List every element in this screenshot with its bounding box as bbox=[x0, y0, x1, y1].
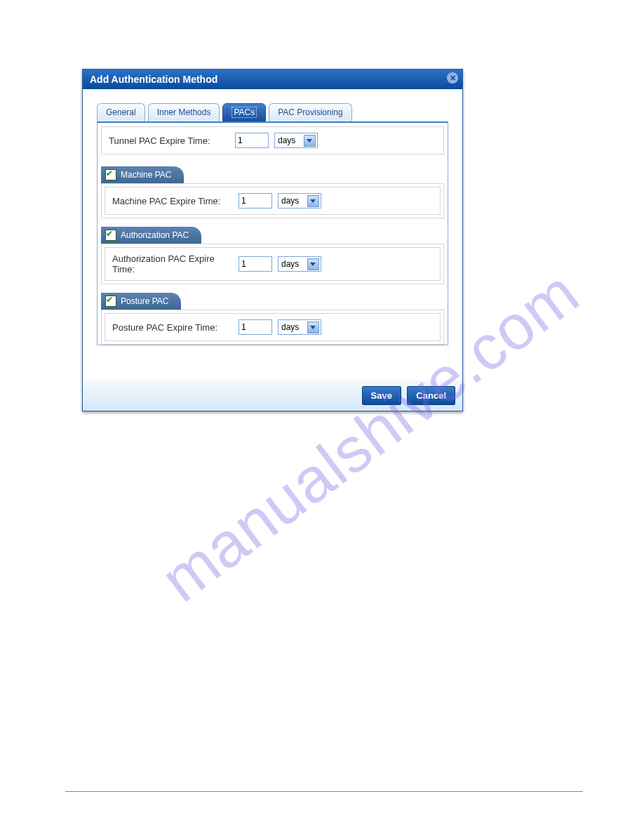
tunnel-pac-row: Tunnel PAC Expire Time: days bbox=[101, 126, 444, 154]
posture-pac-checkbox[interactable] bbox=[105, 296, 116, 307]
tab-pacs[interactable]: PACs bbox=[222, 103, 266, 121]
page-divider bbox=[65, 791, 583, 792]
dialog-titlebar: Add Authentication Method ✕ bbox=[83, 70, 462, 89]
tab-pac-provisioning[interactable]: PAC Provisioning bbox=[269, 103, 351, 121]
posture-pac-header-label: Posture PAC bbox=[121, 296, 168, 306]
machine-pac-checkbox[interactable] bbox=[105, 169, 116, 180]
authorization-pac-row: Authorization PAC Expire Time: days bbox=[105, 247, 441, 281]
machine-pac-value-input[interactable] bbox=[239, 193, 272, 208]
authorization-pac-label: Authorization PAC Expire Time: bbox=[112, 253, 239, 274]
dialog-title: Add Authentication Method bbox=[90, 74, 217, 85]
add-auth-method-dialog: Add Authentication Method ✕ General Inne… bbox=[82, 69, 463, 411]
dialog-footer: Save Cancel bbox=[83, 380, 462, 411]
machine-pac-section: Machine PAC Expire Time: days bbox=[101, 183, 444, 218]
authorization-pac-header-label: Authorization PAC bbox=[121, 230, 189, 240]
machine-pac-unit-select[interactable]: days bbox=[278, 193, 321, 208]
close-icon[interactable]: ✕ bbox=[447, 72, 458, 84]
posture-pac-row: Posture PAC Expire Time: days bbox=[105, 313, 441, 341]
tab-row: General Inner Methods PACs PAC Provision… bbox=[97, 103, 448, 121]
tunnel-pac-label: Tunnel PAC Expire Time: bbox=[109, 135, 235, 146]
dialog-body: General Inner Methods PACs PAC Provision… bbox=[83, 89, 462, 380]
authorization-pac-unit-select[interactable]: days bbox=[278, 256, 321, 272]
tunnel-pac-unit-select[interactable]: days bbox=[274, 133, 318, 148]
authorization-pac-header: Authorization PAC bbox=[101, 227, 201, 244]
posture-pac-value-input[interactable] bbox=[239, 319, 272, 335]
tab-inner-methods[interactable]: Inner Methods bbox=[148, 103, 220, 121]
authorization-pac-checkbox[interactable] bbox=[105, 230, 116, 241]
posture-pac-section: Posture PAC Expire Time: days bbox=[101, 310, 444, 345]
posture-pac-unit-select[interactable]: days bbox=[278, 319, 321, 335]
cancel-button[interactable]: Cancel bbox=[407, 386, 455, 405]
machine-pac-header-label: Machine PAC bbox=[121, 170, 171, 180]
machine-pac-row: Machine PAC Expire Time: days bbox=[105, 187, 441, 215]
pacs-panel: Tunnel PAC Expire Time: days Machine PAC… bbox=[97, 121, 448, 345]
posture-pac-header: Posture PAC bbox=[101, 293, 181, 310]
machine-pac-label: Machine PAC Expire Time: bbox=[112, 196, 239, 206]
tunnel-pac-value-input[interactable] bbox=[235, 133, 269, 148]
save-button[interactable]: Save bbox=[362, 386, 401, 405]
machine-pac-header: Machine PAC bbox=[101, 166, 184, 183]
authorization-pac-section: Authorization PAC Expire Time: days bbox=[101, 244, 444, 284]
tab-general[interactable]: General bbox=[97, 103, 145, 121]
authorization-pac-value-input[interactable] bbox=[239, 256, 272, 272]
posture-pac-label: Posture PAC Expire Time: bbox=[112, 322, 239, 333]
